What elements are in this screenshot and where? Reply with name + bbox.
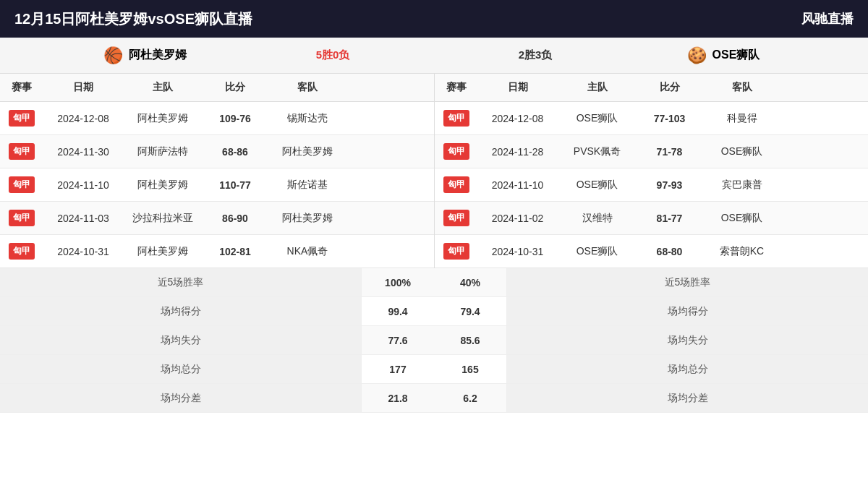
league-badge-left: 匈甲 [0,176,43,193]
stat-value-right-3: 165 [434,364,506,375]
game-score-left: 86-90 [203,213,268,224]
league-badge-left: 匈甲 [0,110,43,127]
league-badge-right: 匈甲 [435,210,478,226]
game-date-left: 2024-11-10 [43,179,123,191]
left-team-icon: 🏀 [103,46,123,65]
stats-row: 场均失分 77.6 85.6 场均失分 [0,326,868,355]
left-game-row: 匈甲 2024-10-31 阿杜美罗姆 102-81 NKA佩奇 [0,235,434,268]
game-away-right: 索普朗KC [702,245,782,258]
game-date-right: 2024-12-08 [478,113,558,124]
col-race-left: 赛事 [0,81,43,94]
stat-value-left-2: 77.6 [362,335,434,346]
col-away-left: 客队 [268,81,347,94]
game-away-right: OSE狮队 [702,145,782,158]
stat-label-left-3: 场均总分 [0,355,362,383]
game-home-left: 阿杜美罗姆 [123,179,203,192]
stat-value-left-4: 21.8 [362,393,434,404]
stat-value-left-1: 99.4 [362,306,434,317]
game-score-left: 68-86 [203,146,268,158]
game-date-left: 2024-11-30 [43,146,123,158]
game-home-left: 阿杜美罗姆 [123,112,203,125]
col-score-left: 比分 [203,81,268,94]
stat-value-left-3: 177 [362,364,434,375]
right-game-row: 匈甲 2024-11-28 PVSK佩奇 71-78 OSE狮队 [435,135,869,168]
left-col-headers: 赛事 日期 主队 比分 客队 [0,74,435,101]
col-home-left: 主队 [123,81,203,94]
col-date-left: 日期 [43,81,123,94]
left-game-rows: 匈甲 2024-12-08 阿杜美罗姆 109-76 锡斯达壳 匈甲 2024-… [0,102,435,268]
stats-row: 场均总分 177 165 场均总分 [0,355,868,384]
stat-value-right-0: 40% [434,277,506,288]
right-game-row: 匈甲 2024-10-31 OSE狮队 68-80 索普朗KC [435,235,869,268]
stats-row: 近5场胜率 100% 40% 近5场胜率 [0,268,868,297]
stat-label-right-4: 场均分差 [506,384,868,412]
league-badge-right: 匈甲 [435,176,478,193]
stat-label-right-1: 场均得分 [506,297,868,325]
game-date-right: 2024-10-31 [478,246,558,257]
league-badge-right: 匈甲 [435,243,478,260]
left-team-name: 阿杜美罗姆 [129,48,187,63]
right-col-headers: 赛事 日期 主队 比分 客队 [435,74,869,101]
game-away-left: 锡斯达壳 [268,112,347,125]
game-date-right: 2024-11-10 [478,179,558,191]
game-home-right: 汉维特 [558,212,637,225]
game-date-right: 2024-11-28 [478,146,558,158]
game-score-right: 68-80 [637,246,702,257]
game-away-left: NKA佩奇 [268,245,347,258]
stats-section: 近5场胜率 100% 40% 近5场胜率 场均得分 99.4 79.4 场均得分… [0,268,868,413]
game-score-right: 77-103 [637,113,702,124]
stats-row: 场均分差 21.8 6.2 场均分差 [0,384,868,413]
right-game-row: 匈甲 2024-11-02 汉维特 81-77 OSE狮队 [435,202,869,235]
col-home-right: 主队 [558,81,637,94]
game-away-right: 宾巴康普 [702,179,782,192]
col-away-right: 客队 [702,81,782,94]
league-badge-left: 匈甲 [0,143,43,160]
stat-value-left-0: 100% [362,277,434,288]
left-team-record: 5胜0负 [316,48,350,62]
game-away-left: 阿杜美罗姆 [268,212,347,225]
right-game-row: 匈甲 2024-12-08 OSE狮队 77-103 科曼得 [435,102,869,135]
main-container: 12月15日阿杜美罗姆vsOSE狮队直播 风驰直播 🏀 阿杜美罗姆 5胜0负 2… [0,0,868,488]
game-data-section: 匈甲 2024-12-08 阿杜美罗姆 109-76 锡斯达壳 匈甲 2024-… [0,102,868,268]
right-team-record: 2胜3负 [519,48,553,62]
game-away-right: 科曼得 [702,112,782,125]
game-date-right: 2024-11-02 [478,213,558,224]
game-home-left: 沙拉科拉米亚 [123,212,203,225]
game-home-right: OSE狮队 [558,112,637,125]
left-game-row: 匈甲 2024-12-08 阿杜美罗姆 109-76 锡斯达壳 [0,102,434,135]
column-headers: 赛事 日期 主队 比分 客队 赛事 日期 主队 比分 客队 [0,74,868,102]
left-game-row: 匈甲 2024-11-10 阿杜美罗姆 110-77 斯佐诺基 [0,168,434,202]
game-date-left: 2024-12-08 [43,113,123,124]
game-away-left: 阿杜美罗姆 [268,145,347,158]
stat-value-right-4: 6.2 [434,393,506,404]
game-score-left: 109-76 [203,113,268,124]
stat-value-right-1: 79.4 [434,306,506,317]
col-race-right: 赛事 [435,81,478,94]
game-score-right: 81-77 [637,213,702,224]
game-away-right: OSE狮队 [702,212,782,225]
left-game-row: 匈甲 2024-11-03 沙拉科拉米亚 86-90 阿杜美罗姆 [0,202,434,235]
game-date-left: 2024-11-03 [43,213,123,224]
league-badge-right: 匈甲 [435,110,478,127]
left-game-row: 匈甲 2024-11-30 阿斯萨法特 68-86 阿杜美罗姆 [0,135,434,168]
stat-value-right-2: 85.6 [434,335,506,346]
game-away-left: 斯佐诺基 [268,179,347,192]
league-badge-right: 匈甲 [435,143,478,160]
stat-label-left-2: 场均失分 [0,326,362,354]
right-game-rows: 匈甲 2024-12-08 OSE狮队 77-103 科曼得 匈甲 2024-1… [435,102,869,268]
game-score-left: 102-81 [203,246,268,257]
stat-label-left-4: 场均分差 [0,384,362,412]
right-game-row: 匈甲 2024-11-10 OSE狮队 97-93 宾巴康普 [435,168,869,202]
right-team-name: OSE狮队 [712,48,760,63]
team-header: 🏀 阿杜美罗姆 5胜0负 2胜3负 🍪 OSE狮队 [0,38,868,74]
game-date-left: 2024-10-31 [43,246,123,257]
game-home-right: PVSK佩奇 [558,145,637,158]
game-score-left: 110-77 [203,179,268,191]
col-score-right: 比分 [637,81,702,94]
stat-label-right-0: 近5场胜率 [506,268,868,296]
stat-label-left-1: 场均得分 [0,297,362,325]
league-badge-left: 匈甲 [0,210,43,226]
game-home-left: 阿斯萨法特 [123,145,203,158]
page-header: 12月15日阿杜美罗姆vsOSE狮队直播 风驰直播 [0,0,868,38]
right-team-icon: 🍪 [687,46,707,65]
